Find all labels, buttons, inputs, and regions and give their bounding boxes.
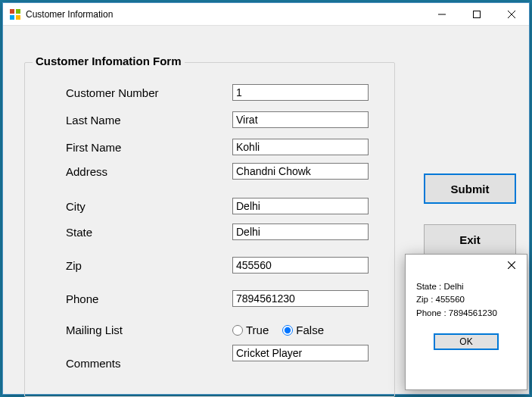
input-address[interactable] (232, 163, 369, 180)
client-area: Customer Infomation Form Customer Number… (3, 26, 529, 56)
input-phone[interactable] (232, 290, 369, 307)
label-state: State (66, 226, 232, 239)
label-mailing-list: Mailing List (66, 324, 232, 336)
svg-rect-1 (16, 9, 20, 14)
label-zip: Zip (66, 259, 232, 272)
message-dialog: State : Delhi Zip : 455560 Phone : 78945… (405, 254, 527, 390)
input-last-name[interactable] (232, 111, 369, 128)
dialog-titlebar (406, 255, 527, 276)
window-title: Customer Information (26, 9, 425, 20)
dialog-line-phone: Phone : 7894561230 (416, 307, 516, 320)
dialog-line-zip: Zip : 455560 (416, 293, 516, 306)
input-state[interactable] (232, 224, 369, 240)
dialog-ok-button[interactable]: OK (434, 333, 499, 350)
label-comments: Comments (66, 357, 232, 370)
minimize-button[interactable] (425, 3, 459, 26)
maximize-button[interactable] (459, 3, 494, 26)
radio-true-label[interactable]: True (232, 324, 269, 336)
radio-true[interactable] (232, 325, 243, 336)
dialog-body: State : Delhi Zip : 455560 Phone : 78945… (406, 276, 527, 320)
label-phone: Phone (66, 292, 232, 305)
svg-rect-4 (474, 11, 481, 17)
close-button[interactable] (494, 3, 529, 26)
label-city: City (66, 200, 232, 213)
titlebar: Customer Information (3, 3, 529, 26)
customer-form-group: Customer Infomation Form Customer Number… (24, 62, 395, 397)
group-legend: Customer Infomation Form (33, 55, 185, 67)
svg-rect-2 (10, 15, 14, 20)
radio-false-label[interactable]: False (282, 324, 324, 336)
input-zip[interactable] (232, 257, 369, 274)
window-buttons (425, 3, 529, 26)
radio-false[interactable] (282, 325, 293, 336)
svg-rect-0 (10, 9, 14, 14)
app-icon (9, 8, 21, 20)
radio-false-text: False (296, 324, 324, 336)
input-city[interactable] (232, 198, 369, 214)
svg-rect-3 (16, 15, 20, 20)
input-comments[interactable] (232, 345, 369, 361)
submit-button[interactable]: Submit (424, 173, 516, 204)
label-last-name: Last Name (66, 114, 232, 127)
dialog-close-button[interactable] (496, 255, 527, 276)
dialog-line-state: State : Delhi (416, 280, 516, 293)
dialog-footer: OK (406, 320, 527, 350)
label-customer-number: Customer Number (66, 86, 232, 99)
input-customer-number[interactable] (232, 84, 369, 101)
radio-true-text: True (246, 324, 269, 336)
label-first-name: First Name (66, 141, 232, 154)
input-first-name[interactable] (232, 139, 369, 155)
mailing-list-radios: True False (232, 324, 324, 336)
label-address: Address (66, 165, 232, 178)
exit-button[interactable]: Exit (424, 224, 516, 255)
